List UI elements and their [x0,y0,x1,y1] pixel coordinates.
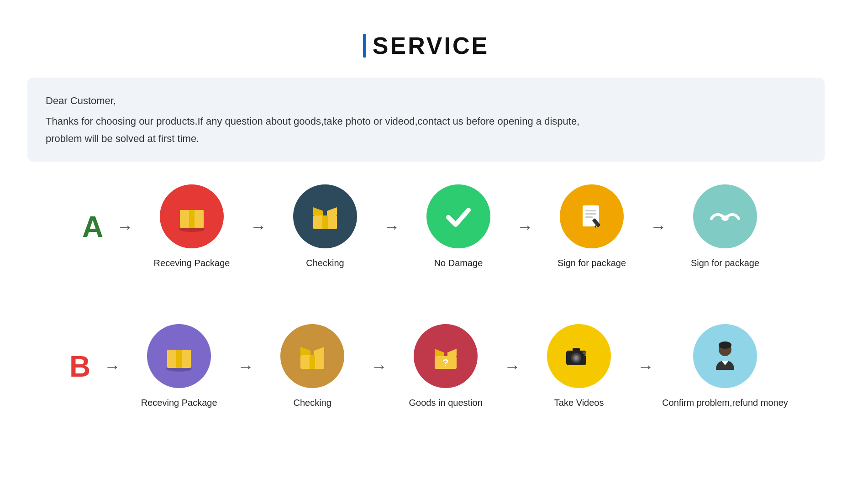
circle-b1 [147,324,211,388]
label-b1: Receving Package [141,396,217,409]
circle-a2 [293,184,357,248]
flow-row-b: B → Receving Package → [27,324,825,409]
svg-rect-14 [585,216,593,218]
arrow-a0: → [117,217,133,236]
svg-rect-6 [189,215,195,228]
step-a3: No Damage [408,184,509,269]
arrow-a3: → [517,217,533,236]
title-bar [363,34,366,58]
label-b5: Confirm problem,refund money [662,396,788,409]
svg-point-39 [584,354,586,356]
step-b4: Take Videos [529,324,629,409]
svg-rect-5 [189,210,195,215]
notice-box: Dear Customer, Thanks for choosing our p… [27,78,825,162]
flow-container: A → [27,184,825,436]
svg-rect-23 [176,350,182,354]
letter-b: B [64,350,96,383]
svg-marker-27 [314,347,324,355]
svg-point-37 [574,356,578,360]
svg-rect-24 [176,354,182,368]
arrow-b4: → [637,357,654,376]
svg-marker-8 [313,207,323,215]
label-b3: Goods in question [409,396,483,409]
svg-rect-13 [585,213,596,215]
circle-b3: ? [414,324,478,388]
notice-line1: Dear Customer, [46,92,806,109]
notice-line2: Thanks for choosing our products.If any … [46,113,806,130]
step-a5: Sign for package [675,184,775,269]
step-b3: ? Goods in question [395,324,496,409]
flow-row-b-inner: B → Receving Package → [27,324,825,409]
circle-a1 [160,184,224,248]
label-a5: Sign for package [691,257,759,269]
page-header: SERVICE [27,32,825,59]
svg-rect-34 [573,348,580,352]
svg-marker-26 [300,347,310,355]
step-b5: Confirm problem,refund money [662,324,788,409]
svg-rect-28 [310,355,315,369]
arrow-b2: → [371,357,387,376]
svg-rect-12 [585,210,596,211]
svg-point-41 [719,341,731,349]
step-a1: Receving Package [142,184,242,269]
circle-a4 [560,184,624,248]
letter-a: A [77,210,109,244]
label-a3: No Damage [434,257,483,269]
label-a1: Receving Package [154,257,230,269]
label-b4: Take Videos [554,396,604,409]
label-a2: Checking [306,257,344,269]
arrow-a1: → [250,217,267,236]
flow-row-a-inner: A → [27,184,825,269]
svg-marker-30 [435,349,444,356]
svg-text:?: ? [442,357,448,368]
arrow-b0: → [104,357,121,376]
flow-row-a: A → [27,184,825,269]
step-b2: Checking [262,324,363,409]
circle-a3 [426,184,490,248]
page-title: SERVICE [373,32,489,59]
circle-b2 [280,324,344,388]
svg-rect-10 [322,215,328,229]
step-a2: Checking [275,184,375,269]
circle-b5 [693,324,757,388]
circle-a5 [693,184,757,248]
arrow-b1: → [237,357,254,376]
svg-marker-31 [447,349,457,356]
step-b1: Receving Package [129,324,229,409]
svg-marker-9 [327,207,337,215]
arrow-a2: → [384,217,400,236]
arrow-b3: → [504,357,521,376]
svg-point-17 [721,215,729,221]
step-a4: Sign for package [542,184,642,269]
label-a4: Sign for package [557,257,626,269]
arrow-a4: → [650,217,667,236]
svg-rect-38 [583,352,586,354]
notice-line3: problem will be solved at first time. [46,130,806,147]
circle-b4 [547,324,611,388]
label-b2: Checking [293,396,331,409]
